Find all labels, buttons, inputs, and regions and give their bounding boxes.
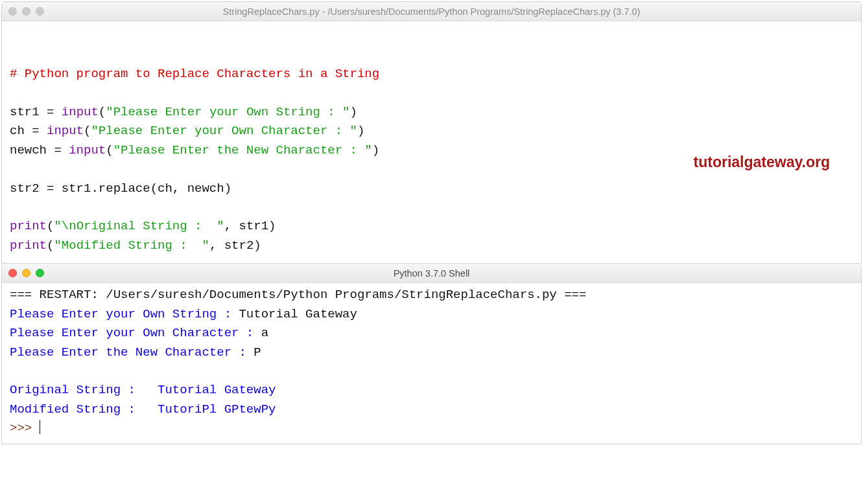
- code-text: ): [372, 143, 379, 157]
- code-editor[interactable]: tutorialgateway.org # Python program to …: [2, 21, 861, 263]
- code-string: "\nOriginal String : ": [54, 219, 224, 233]
- shell-traffic-lights: [8, 269, 44, 277]
- shell-input-text: Tutorial Gateway: [239, 307, 357, 321]
- code-text: ): [350, 105, 357, 119]
- zoom-icon[interactable]: [36, 269, 44, 277]
- shell-prompt-text: Please Enter the New Character :: [10, 345, 254, 360]
- shell-restart: === RESTART: /Users/suresh/Documents/Pyt…: [10, 288, 586, 302]
- code-text: str2 = str1.replace(ch, newch): [10, 181, 231, 196]
- code-text: (: [84, 124, 91, 138]
- code-string: "Please Enter the New Character : ": [113, 143, 372, 157]
- editor-traffic-lights: [8, 7, 44, 16]
- editor-title: StringReplaceChars.py - /Users/suresh/Do…: [8, 6, 855, 17]
- code-keyword: print: [10, 219, 47, 233]
- shell-input-text: P: [254, 345, 261, 360]
- zoom-icon[interactable]: [36, 7, 44, 16]
- shell-window: Python 3.7.0 Shell === RESTART: /Users/s…: [1, 264, 862, 444]
- code-text: , str2): [209, 238, 261, 253]
- code-string: "Please Enter your Own Character : ": [91, 124, 357, 138]
- code-text: (: [106, 143, 113, 157]
- shell-output-text: Original String : Tutorial Gateway: [10, 383, 276, 397]
- code-keyword: input: [47, 124, 84, 138]
- shell-output-text: Modified String : TutoriPl GPtewPy: [10, 402, 276, 417]
- code-text: newch =: [10, 143, 69, 157]
- code-keyword: print: [10, 238, 47, 253]
- code-comment: # Python program to Replace Characters i…: [10, 67, 379, 81]
- code-text: (: [47, 238, 54, 253]
- close-icon[interactable]: [8, 7, 17, 16]
- code-keyword: input: [62, 105, 99, 119]
- code-text: (: [99, 105, 106, 119]
- minimize-icon[interactable]: [22, 7, 30, 16]
- shell-prompt: >>>: [10, 421, 40, 435]
- shell-output[interactable]: === RESTART: /Users/suresh/Documents/Pyt…: [2, 283, 861, 444]
- code-text: str1 =: [10, 105, 62, 119]
- code-keyword: input: [69, 143, 106, 157]
- code-string: "Modified String : ": [54, 238, 209, 253]
- code-text: (: [47, 219, 54, 233]
- close-icon[interactable]: [8, 269, 17, 277]
- code-text: , str1): [224, 219, 276, 233]
- code-text: ): [357, 124, 364, 138]
- editor-window: StringReplaceChars.py - /Users/suresh/Do…: [1, 1, 862, 264]
- cursor-icon: [40, 420, 41, 434]
- code-text: ch =: [10, 124, 47, 138]
- shell-prompt-text: Please Enter your Own Character :: [10, 326, 261, 340]
- shell-title: Python 3.7.0 Shell: [8, 268, 855, 279]
- minimize-icon[interactable]: [22, 269, 30, 277]
- editor-titlebar[interactable]: StringReplaceChars.py - /Users/suresh/Do…: [2, 2, 861, 21]
- shell-prompt-text: Please Enter your Own String :: [10, 307, 239, 321]
- shell-input-text: a: [261, 326, 268, 340]
- shell-titlebar[interactable]: Python 3.7.0 Shell: [2, 264, 861, 283]
- code-string: "Please Enter your Own String : ": [106, 105, 349, 119]
- watermark-text: tutorialgateway.org: [694, 151, 830, 174]
